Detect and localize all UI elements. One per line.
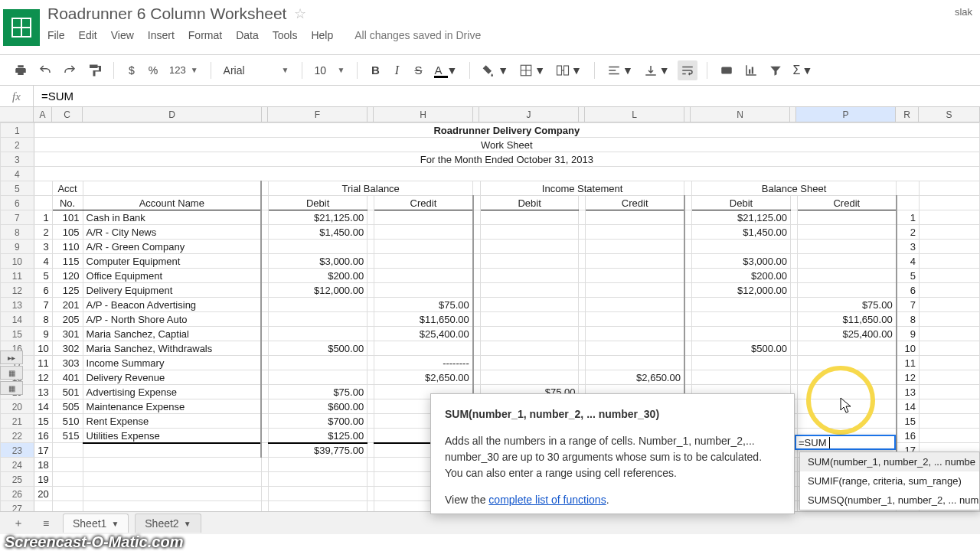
cell[interactable] xyxy=(261,414,269,429)
currency-button[interactable]: $ xyxy=(123,60,140,80)
cell[interactable] xyxy=(791,327,798,341)
cell[interactable] xyxy=(579,298,586,312)
row-header[interactable]: 2 xyxy=(1,138,34,152)
cell[interactable]: No. xyxy=(52,196,83,210)
row-header[interactable]: 10 xyxy=(1,254,34,269)
cell[interactable]: 11 xyxy=(34,356,52,370)
cell[interactable]: 17 xyxy=(34,443,52,458)
cell[interactable]: 515 xyxy=(52,429,83,443)
cell[interactable]: Income Statement xyxy=(480,181,684,196)
cell[interactable]: $1,450.00 xyxy=(269,225,368,240)
menu-tools[interactable]: Tools xyxy=(273,29,298,41)
cell[interactable] xyxy=(261,312,269,327)
cell[interactable]: $21,125.00 xyxy=(269,210,368,225)
cell[interactable] xyxy=(52,487,83,501)
cell[interactable] xyxy=(691,370,790,385)
cell[interactable]: $3,000.00 xyxy=(269,254,368,269)
cell[interactable] xyxy=(374,225,473,240)
cell[interactable]: 8 xyxy=(897,312,920,327)
cell[interactable] xyxy=(920,327,980,341)
italic-button[interactable]: I xyxy=(388,60,405,80)
cell[interactable]: 9 xyxy=(897,327,920,341)
cell[interactable]: $200.00 xyxy=(691,269,790,283)
cell[interactable] xyxy=(791,254,798,269)
cell[interactable]: A/R - Green Company xyxy=(83,240,261,254)
menu-file[interactable]: File xyxy=(47,29,65,41)
cell[interactable] xyxy=(586,225,684,240)
cell[interactable]: Computer Equipment xyxy=(83,254,261,269)
column-header[interactable] xyxy=(684,107,691,122)
cell[interactable] xyxy=(473,356,481,370)
cell[interactable]: $12,000.00 xyxy=(691,283,790,298)
cell[interactable] xyxy=(261,370,269,385)
cell[interactable] xyxy=(791,283,798,298)
cell[interactable]: $500.00 xyxy=(691,341,790,356)
cell[interactable] xyxy=(691,298,790,312)
cell[interactable] xyxy=(368,399,374,414)
cell[interactable] xyxy=(473,269,481,283)
cell[interactable]: 20 xyxy=(34,487,52,501)
cell[interactable] xyxy=(374,254,473,269)
cell[interactable] xyxy=(374,269,473,283)
row-header[interactable]: 8 xyxy=(1,225,34,240)
cell[interactable] xyxy=(798,414,897,429)
cell[interactable] xyxy=(480,283,579,298)
cell[interactable]: $75.00 xyxy=(374,298,473,312)
cell[interactable]: Utilities Expense xyxy=(83,429,261,443)
cell[interactable]: 5 xyxy=(897,269,920,283)
cell[interactable] xyxy=(261,181,269,196)
cell[interactable]: 6 xyxy=(897,283,920,298)
cell[interactable]: Credit xyxy=(798,196,897,210)
cell[interactable]: 2 xyxy=(897,225,920,240)
cell[interactable] xyxy=(261,472,269,487)
cell[interactable] xyxy=(480,240,579,254)
cell[interactable] xyxy=(579,283,586,298)
cell[interactable]: Income Summary xyxy=(83,356,261,370)
cell[interactable] xyxy=(368,283,374,298)
cell[interactable]: 19 xyxy=(34,472,52,487)
cell[interactable]: 15 xyxy=(34,414,52,429)
cell[interactable]: $125.00 xyxy=(269,429,368,443)
filter-button[interactable] xyxy=(766,60,786,80)
menu-format[interactable]: Format xyxy=(188,29,222,41)
row-header[interactable]: 26 xyxy=(1,487,34,501)
cell[interactable] xyxy=(261,443,269,458)
function-list-link[interactable]: complete list of functions xyxy=(488,494,606,506)
cell[interactable] xyxy=(368,370,374,385)
cell[interactable]: $200.00 xyxy=(269,269,368,283)
row-header[interactable]: 3 xyxy=(1,152,34,167)
cell[interactable] xyxy=(920,283,980,298)
cell[interactable] xyxy=(684,327,692,341)
column-header[interactable]: R xyxy=(896,107,919,122)
cell[interactable] xyxy=(368,487,374,501)
autocomplete-item[interactable]: SUMSQ(number_1, number_2, ... num xyxy=(800,491,979,510)
row-header[interactable]: 21 xyxy=(1,414,34,429)
cell[interactable] xyxy=(684,181,692,196)
cell[interactable] xyxy=(798,341,897,356)
cell[interactable]: Maintenance Expense xyxy=(83,399,261,414)
cell[interactable]: Credit xyxy=(374,196,473,210)
cell[interactable] xyxy=(579,327,586,341)
cell[interactable] xyxy=(473,196,481,210)
cell[interactable] xyxy=(83,487,261,501)
cell[interactable]: 8 xyxy=(34,312,52,327)
cell[interactable] xyxy=(920,196,980,210)
cell[interactable] xyxy=(586,283,684,298)
cell[interactable]: 2 xyxy=(34,225,52,240)
cell[interactable] xyxy=(684,298,692,312)
active-cell[interactable]: =SUM xyxy=(795,435,896,450)
cell[interactable]: $600.00 xyxy=(269,399,368,414)
cell[interactable]: $1,450.00 xyxy=(691,225,790,240)
cell[interactable]: 115 xyxy=(52,254,83,269)
column-header[interactable] xyxy=(262,107,268,122)
cell[interactable] xyxy=(798,283,897,298)
cell[interactable]: 18 xyxy=(34,458,52,472)
cell[interactable]: For the Month Ended October 31, 2013 xyxy=(34,152,979,167)
cell[interactable]: $39,775.00 xyxy=(269,443,368,458)
cell[interactable]: 501 xyxy=(52,385,83,399)
cell[interactable] xyxy=(269,298,368,312)
cell[interactable] xyxy=(269,356,368,370)
cell[interactable] xyxy=(368,298,374,312)
cell[interactable] xyxy=(798,210,897,225)
menu-insert[interactable]: Insert xyxy=(148,29,175,41)
